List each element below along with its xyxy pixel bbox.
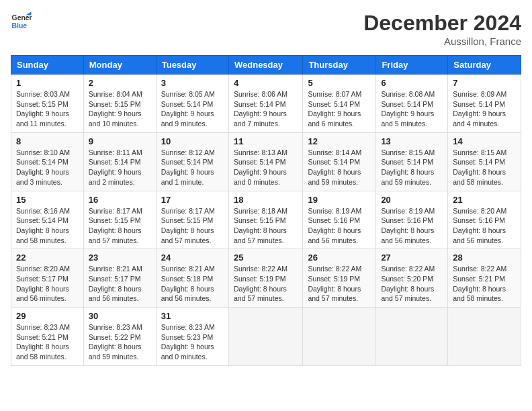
day-info: Sunrise: 8:19 AM Sunset: 5:16 PM Dayligh… (381, 206, 443, 246)
day-number: 14 (453, 136, 516, 146)
calendar-week-row: 29Sunrise: 8:23 AM Sunset: 5:21 PM Dayli… (11, 308, 521, 366)
day-info: Sunrise: 8:23 AM Sunset: 5:23 PM Dayligh… (161, 322, 224, 362)
day-info: Sunrise: 8:11 AM Sunset: 5:14 PM Dayligh… (89, 148, 151, 187)
header-thursday: Thursday (303, 56, 376, 75)
table-row: 17Sunrise: 8:17 AM Sunset: 5:15 PM Dayli… (156, 191, 228, 249)
day-info: Sunrise: 8:22 AM Sunset: 5:20 PM Dayligh… (381, 264, 443, 304)
table-row: 28Sunrise: 8:22 AM Sunset: 5:21 PM Dayli… (448, 249, 521, 308)
day-number: 7 (453, 78, 516, 88)
day-info: Sunrise: 8:03 AM Sunset: 5:15 PM Dayligh… (16, 89, 79, 129)
day-number: 22 (16, 253, 79, 263)
day-number: 6 (381, 78, 443, 88)
day-info: Sunrise: 8:07 AM Sunset: 5:14 PM Dayligh… (308, 89, 371, 129)
calendar-week-row: 22Sunrise: 8:20 AM Sunset: 5:17 PM Dayli… (11, 249, 521, 308)
day-info: Sunrise: 8:22 AM Sunset: 5:21 PM Dayligh… (453, 264, 516, 304)
day-info: Sunrise: 8:20 AM Sunset: 5:16 PM Dayligh… (453, 206, 516, 246)
day-number: 31 (161, 311, 224, 321)
header-wednesday: Wednesday (228, 56, 302, 75)
table-row: 9Sunrise: 8:11 AM Sunset: 5:14 PM Daylig… (83, 132, 156, 191)
table-row: 27Sunrise: 8:22 AM Sunset: 5:20 PM Dayli… (376, 249, 448, 308)
table-row: 15Sunrise: 8:16 AM Sunset: 5:14 PM Dayli… (11, 191, 84, 249)
table-row: 1Sunrise: 8:03 AM Sunset: 5:15 PM Daylig… (11, 75, 84, 133)
day-number: 5 (308, 78, 371, 88)
day-number: 17 (161, 195, 224, 205)
logo: General Blue (11, 11, 32, 32)
table-row: 19Sunrise: 8:19 AM Sunset: 5:16 PM Dayli… (303, 191, 376, 249)
day-number: 16 (89, 195, 151, 205)
table-row (303, 308, 376, 366)
day-number: 24 (161, 253, 224, 263)
day-info: Sunrise: 8:21 AM Sunset: 5:17 PM Dayligh… (89, 264, 151, 304)
day-info: Sunrise: 8:10 AM Sunset: 5:14 PM Dayligh… (16, 148, 79, 187)
day-info: Sunrise: 8:17 AM Sunset: 5:15 PM Dayligh… (161, 206, 224, 246)
day-number: 9 (89, 136, 151, 146)
header-monday: Monday (83, 56, 156, 75)
table-row: 20Sunrise: 8:19 AM Sunset: 5:16 PM Dayli… (376, 191, 448, 249)
day-number: 1 (16, 78, 79, 88)
table-row (376, 308, 448, 366)
day-info: Sunrise: 8:08 AM Sunset: 5:14 PM Dayligh… (381, 89, 443, 129)
table-row: 2Sunrise: 8:04 AM Sunset: 5:15 PM Daylig… (83, 75, 156, 133)
table-row: 13Sunrise: 8:15 AM Sunset: 5:14 PM Dayli… (376, 132, 448, 191)
svg-marker-2 (26, 12, 31, 15)
table-row: 7Sunrise: 8:09 AM Sunset: 5:14 PM Daylig… (448, 75, 521, 133)
day-info: Sunrise: 8:23 AM Sunset: 5:22 PM Dayligh… (89, 322, 151, 362)
day-info: Sunrise: 8:18 AM Sunset: 5:15 PM Dayligh… (234, 206, 298, 246)
logo-icon: General Blue (11, 11, 32, 32)
day-number: 8 (16, 136, 79, 146)
day-number: 10 (161, 136, 224, 146)
day-info: Sunrise: 8:17 AM Sunset: 5:15 PM Dayligh… (89, 206, 151, 246)
day-info: Sunrise: 8:06 AM Sunset: 5:14 PM Dayligh… (234, 89, 298, 129)
table-row: 25Sunrise: 8:22 AM Sunset: 5:19 PM Dayli… (228, 249, 302, 308)
day-number: 20 (381, 195, 443, 205)
table-row: 12Sunrise: 8:14 AM Sunset: 5:14 PM Dayli… (303, 132, 376, 191)
day-info: Sunrise: 8:16 AM Sunset: 5:14 PM Dayligh… (16, 206, 79, 246)
table-row: 26Sunrise: 8:22 AM Sunset: 5:19 PM Dayli… (303, 249, 376, 308)
day-number: 15 (16, 195, 79, 205)
day-info: Sunrise: 8:22 AM Sunset: 5:19 PM Dayligh… (308, 264, 371, 304)
table-row (448, 308, 521, 366)
calendar-week-row: 15Sunrise: 8:16 AM Sunset: 5:14 PM Dayli… (11, 191, 521, 249)
calendar-week-row: 1Sunrise: 8:03 AM Sunset: 5:15 PM Daylig… (11, 75, 521, 133)
day-number: 27 (381, 253, 443, 263)
calendar-week-row: 8Sunrise: 8:10 AM Sunset: 5:14 PM Daylig… (11, 132, 521, 191)
table-row: 22Sunrise: 8:20 AM Sunset: 5:17 PM Dayli… (11, 249, 84, 308)
header-saturday: Saturday (448, 56, 521, 75)
table-row: 23Sunrise: 8:21 AM Sunset: 5:17 PM Dayli… (83, 249, 156, 308)
table-row: 16Sunrise: 8:17 AM Sunset: 5:15 PM Dayli… (83, 191, 156, 249)
table-row: 10Sunrise: 8:12 AM Sunset: 5:14 PM Dayli… (156, 132, 228, 191)
day-info: Sunrise: 8:19 AM Sunset: 5:16 PM Dayligh… (308, 206, 371, 246)
table-row: 24Sunrise: 8:21 AM Sunset: 5:18 PM Dayli… (156, 249, 228, 308)
table-row: 5Sunrise: 8:07 AM Sunset: 5:14 PM Daylig… (303, 75, 376, 133)
table-row: 31Sunrise: 8:23 AM Sunset: 5:23 PM Dayli… (156, 308, 228, 366)
day-number: 26 (308, 253, 371, 263)
header-sunday: Sunday (11, 56, 84, 75)
table-row: 29Sunrise: 8:23 AM Sunset: 5:21 PM Dayli… (11, 308, 84, 366)
day-number: 18 (234, 195, 298, 205)
day-number: 30 (89, 311, 151, 321)
day-number: 25 (234, 253, 298, 263)
day-number: 23 (89, 253, 151, 263)
day-info: Sunrise: 8:14 AM Sunset: 5:14 PM Dayligh… (308, 148, 371, 187)
header-tuesday: Tuesday (156, 56, 228, 75)
calendar-header-row: Sunday Monday Tuesday Wednesday Thursday… (11, 56, 521, 75)
calendar-table: Sunday Monday Tuesday Wednesday Thursday… (11, 55, 521, 366)
table-row: 21Sunrise: 8:20 AM Sunset: 5:16 PM Dayli… (448, 191, 521, 249)
day-number: 11 (234, 136, 298, 146)
svg-text:General: General (12, 14, 32, 21)
table-row: 3Sunrise: 8:05 AM Sunset: 5:14 PM Daylig… (156, 75, 228, 133)
page-header: General Blue December 2024 Aussillon, Fr… (11, 11, 521, 47)
table-row: 14Sunrise: 8:15 AM Sunset: 5:14 PM Dayli… (448, 132, 521, 191)
day-info: Sunrise: 8:15 AM Sunset: 5:14 PM Dayligh… (453, 148, 516, 187)
table-row: 4Sunrise: 8:06 AM Sunset: 5:14 PM Daylig… (228, 75, 302, 133)
title-block: December 2024 Aussillon, France (363, 11, 521, 47)
table-row: 11Sunrise: 8:13 AM Sunset: 5:14 PM Dayli… (228, 132, 302, 191)
day-number: 3 (161, 78, 224, 88)
table-row: 30Sunrise: 8:23 AM Sunset: 5:22 PM Dayli… (83, 308, 156, 366)
day-info: Sunrise: 8:13 AM Sunset: 5:14 PM Dayligh… (234, 148, 298, 187)
day-number: 29 (16, 311, 79, 321)
table-row (228, 308, 302, 366)
day-info: Sunrise: 8:04 AM Sunset: 5:15 PM Dayligh… (89, 89, 151, 129)
day-info: Sunrise: 8:20 AM Sunset: 5:17 PM Dayligh… (16, 264, 79, 304)
day-info: Sunrise: 8:21 AM Sunset: 5:18 PM Dayligh… (161, 264, 224, 304)
